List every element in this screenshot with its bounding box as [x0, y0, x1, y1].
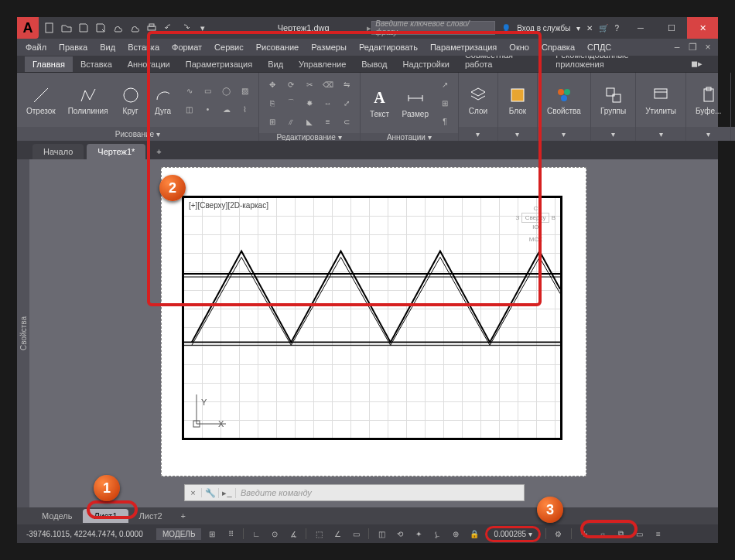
mdi-close-icon[interactable]: × [701, 42, 715, 53]
qat-new-icon[interactable] [43, 22, 56, 34]
clipboard-button[interactable]: Буфе... [691, 84, 726, 117]
otrack-toggle-icon[interactable]: ∠ [330, 527, 345, 541]
qat-cloud-save-icon[interactable] [128, 22, 141, 34]
line-button[interactable]: Отрезок [22, 84, 60, 117]
annotation-pill-1 [87, 500, 138, 519]
svg-line-3 [34, 88, 48, 102]
cmd-close-icon[interactable]: × [185, 488, 202, 497]
svg-rect-14 [655, 89, 667, 98]
qat-open-icon[interactable] [60, 22, 73, 34]
customize-icon[interactable]: ≡ [651, 527, 666, 541]
minimize-button[interactable]: ─ [625, 17, 656, 39]
cmd-settings-icon[interactable]: 🔧 [202, 488, 219, 498]
qat-saveas-icon[interactable] [94, 22, 107, 34]
tab-home[interactable]: Главная [25, 56, 73, 72]
cmd-input[interactable]: Введите команду [236, 488, 524, 497]
ortho-toggle-icon[interactable]: ∟ [248, 527, 264, 541]
properties-button[interactable]: Свойства [542, 84, 586, 117]
annoscale-icon[interactable]: ⍼ [429, 527, 445, 541]
cart-icon[interactable]: 🛒 [599, 24, 608, 32]
tab-drawing1[interactable]: Чертеж1* [87, 144, 145, 159]
callout-2: 2 [159, 175, 186, 201]
isodraft-toggle-icon[interactable]: ∡ [285, 527, 301, 541]
polar-toggle-icon[interactable]: ⊙ [267, 527, 282, 541]
svg-point-9 [558, 89, 564, 95]
exchange-icon[interactable]: ✕ [586, 24, 593, 32]
ucs-icon: YX [192, 390, 231, 430]
tab-start[interactable]: Начало [32, 144, 84, 159]
menu-file[interactable]: Файл [20, 41, 52, 53]
mdi-minimize-icon[interactable]: – [670, 42, 684, 53]
add-layout-button[interactable]: + [173, 509, 193, 523]
workspace-switch-icon[interactable]: ⚙ [551, 527, 566, 541]
lineweight-toggle-icon[interactable]: ▭ [348, 527, 364, 541]
annoauto-icon[interactable]: ⊕ [448, 527, 463, 541]
coordinates-readout[interactable]: -39746.1015, 42244.7474, 0.0000 [22, 530, 153, 538]
menu-spds[interactable]: СПДС [582, 41, 617, 53]
close-button[interactable]: ✕ [687, 17, 718, 39]
grid-toggle-icon[interactable]: ⊞ [204, 527, 220, 541]
command-line[interactable]: × 🔧 ▸_ Введите команду [184, 484, 525, 501]
menu-edit[interactable]: Правка [53, 41, 93, 53]
cycling-icon[interactable]: ⟲ [392, 527, 408, 541]
groups-button[interactable]: Группы [596, 84, 631, 117]
tab-model[interactable]: Модель [31, 509, 83, 523]
properties-palette-collapsed[interactable]: Свойства [17, 159, 29, 507]
cmd-prompt-icon: ▸_ [219, 488, 236, 498]
qat-save-icon[interactable] [77, 22, 90, 34]
snap-toggle-icon[interactable]: ⠿ [223, 527, 238, 541]
svg-rect-1 [148, 26, 156, 30]
svg-rect-2 [149, 24, 154, 26]
window-controls: ─ ☐ ✕ [625, 17, 718, 39]
svg-point-4 [124, 88, 138, 102]
panel-clipboard: Буфе... ▾ [686, 73, 731, 141]
ribbon-expand-icon[interactable]: ◼▸ [683, 56, 710, 72]
osnap-toggle-icon[interactable]: ⬚ [311, 527, 326, 541]
callout-3: 3 [537, 497, 563, 523]
callout-1: 1 [94, 475, 120, 501]
svg-rect-0 [46, 23, 53, 32]
menu-view[interactable]: Вид [94, 41, 121, 53]
model-space-toggle[interactable]: МОДЕЛЬ [156, 528, 201, 540]
qat-cloud-open-icon[interactable] [111, 22, 124, 34]
menu-help[interactable]: Справка [536, 41, 580, 53]
annotation-pill-3 [580, 520, 638, 538]
polyline-button[interactable]: Полилиния [63, 84, 113, 117]
mdi-restore-icon[interactable]: ❐ [685, 42, 699, 53]
panel-view: Вид ▾ [731, 73, 735, 141]
svg-point-10 [564, 89, 570, 95]
transp-toggle-icon[interactable]: ◫ [374, 527, 389, 541]
viewport-scale[interactable]: 0.000285 ▾ [485, 526, 541, 542]
lock-viewport-icon[interactable]: 🔒 [467, 527, 482, 541]
tab-insert[interactable]: Вставка [73, 56, 120, 72]
help-icon[interactable]: ? [614, 24, 619, 32]
panel-groups: Группы ▾ [591, 73, 636, 141]
utilities-button[interactable]: Утилиты [641, 84, 681, 117]
annotation-frame-2 [147, 31, 542, 306]
svg-point-11 [561, 95, 567, 101]
panel-utilities: Утилиты ▾ [636, 73, 686, 141]
maximize-button[interactable]: ☐ [656, 17, 687, 39]
annomonitor-icon[interactable]: ✦ [411, 527, 426, 541]
app-logo-icon[interactable]: A [17, 17, 39, 39]
circle-button[interactable]: Круг [116, 84, 145, 117]
panel-properties: Свойства ▾ [538, 73, 591, 141]
